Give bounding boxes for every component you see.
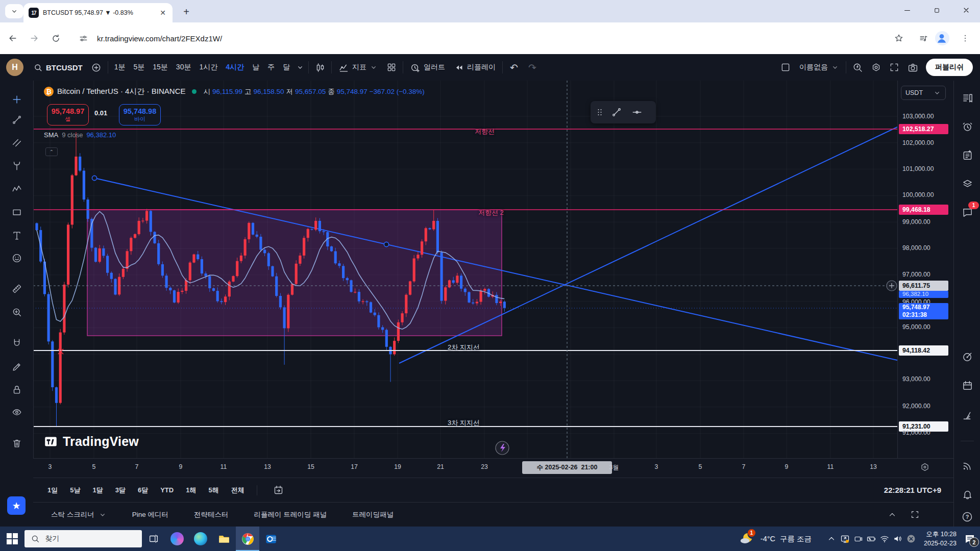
tab-close-icon[interactable]: ✕ [158,8,167,17]
currency-selector[interactable]: USDT [901,86,946,100]
taskbar-weather[interactable]: 1 -4°C 구름 조금 [739,531,812,547]
time-axis-settings[interactable] [919,462,930,473]
range-6달[interactable]: 6달 [138,486,148,495]
emoji-tool-icon[interactable] [7,248,27,268]
symbol-legend[interactable]: ₿ Bitcoin / TetherUS · 4시간 · BINANCE 시96… [44,87,425,96]
replay-button[interactable]: 리플레이 [450,59,500,76]
chat-icon[interactable]: 1 [959,204,976,221]
range-YTD[interactable]: YTD [160,486,174,494]
range-5날[interactable]: 5날 [70,486,80,495]
text-tool-icon[interactable] [7,226,27,245]
timeframe-주[interactable]: 주 [263,60,279,75]
lock-tool-icon[interactable] [7,380,27,399]
bottom-tab-3[interactable]: 리플레이 트레이딩 패널 [254,510,327,519]
floating-drawing-toolbar[interactable] [591,101,656,123]
layout-select-button[interactable] [776,59,795,76]
parallel-channel-tool-icon[interactable] [7,133,27,153]
drag-handle-icon[interactable] [595,107,605,117]
pattern-tool-icon[interactable] [7,180,27,199]
time-axis[interactable]: 수 2025-02-26 21:00 3579111315171921233월3… [33,458,953,478]
layout-name-menu[interactable]: 이름없음 [795,59,844,76]
support3-label[interactable]: 3차 지지선 [448,418,480,428]
notifications-bell-icon[interactable] [959,485,976,503]
chrome-app[interactable] [236,527,259,551]
quick-search-button[interactable] [848,59,867,76]
buy-button[interactable]: 95,748.98바이 [119,104,161,126]
trendline-tool-icon[interactable] [611,107,622,118]
object-tree-icon[interactable] [959,175,976,192]
timeframe-more-button[interactable] [294,59,306,76]
range-5해[interactable]: 5해 [208,486,218,495]
new-tab-button[interactable]: + [180,5,193,18]
range-3달[interactable]: 3달 [115,486,126,495]
bookmark-button[interactable] [890,30,908,47]
tab-search-button[interactable] [5,4,23,18]
device-tray-icon[interactable] [851,529,865,549]
hide-drawings-icon[interactable] [7,403,27,422]
address-bar[interactable]: kr.tradingview.com/chart/2FEXdz1W/ [70,29,826,48]
signal-icon[interactable] [959,457,976,474]
timeframe-1분[interactable]: 1분 [110,60,130,75]
browser-menu-button[interactable] [957,30,974,47]
bottom-tab-4[interactable]: 트레이딩패널 [352,510,394,519]
tray-expand-button[interactable] [825,529,838,549]
journal-icon[interactable] [959,146,976,164]
range-1해[interactable]: 1해 [186,486,196,495]
eject-tray-icon[interactable] [904,529,918,549]
panel-collapse-button[interactable] [888,510,897,519]
outlook-app[interactable] [259,527,283,551]
timeframe-4시간[interactable]: 4시간 [222,60,248,75]
indicators-button[interactable]: 지표 [334,59,382,76]
pitchfork-tool-icon[interactable] [7,156,27,176]
wifi-tray-icon[interactable] [878,529,891,549]
site-info-button[interactable] [75,30,92,47]
screen-share-tray-icon[interactable] [838,529,851,549]
file-explorer-app[interactable] [212,527,236,551]
publish-button[interactable]: 퍼블리쉬 [926,59,973,76]
redo-button[interactable]: ↷ [523,59,542,76]
trendline-tool-icon[interactable] [7,110,27,130]
sell-button[interactable]: 95,748.97셀 [47,104,89,126]
measure-icon[interactable] [959,407,976,424]
price-axis[interactable]: USDT 103,000.00102,518.27102,000.00101,0… [897,81,954,458]
media-controls-button[interactable] [915,30,932,47]
draw-tool-icon[interactable] [7,357,27,377]
timeframe-날[interactable]: 날 [248,60,263,75]
rectangle-tool-icon[interactable] [7,203,27,222]
chart-style-button[interactable] [311,59,329,76]
copilot-app[interactable] [165,527,189,551]
chart-settings-button[interactable] [867,59,885,76]
favorites-star-button[interactable]: ★ [7,496,26,515]
remove-drawings-icon[interactable] [7,434,27,453]
bottom-tab-1[interactable]: Pine 에디터 [132,510,168,519]
browser-tab[interactable]: 17 BTCUSDT 95,748.97 ▼ -0.83% ✕ [23,3,173,22]
url-text[interactable]: kr.tradingview.com/chart/2FEXdz1W/ [97,34,222,43]
alerts-icon[interactable] [959,118,976,135]
window-maximize-button[interactable] [925,0,948,20]
resistance2-label[interactable]: 저항선 2 [478,208,504,217]
symbol-search-button[interactable]: BTCUSDT [29,59,87,76]
calendar-icon[interactable] [959,377,976,394]
indicator-legend-sma[interactable]: SMA 9 close 96,382.10 [44,131,116,139]
range-전체[interactable]: 전체 [231,486,244,495]
ruler-tool-icon[interactable] [7,279,27,298]
help-icon[interactable]: ? [959,508,976,525]
volume-tray-icon[interactable] [891,529,904,549]
timeframe-5분[interactable]: 5분 [129,60,149,75]
horizontal-line-tool-icon[interactable] [631,107,643,118]
user-avatar[interactable]: H [6,59,23,76]
back-button[interactable] [4,30,21,47]
battery-tray-icon[interactable] [865,529,878,549]
range-1달[interactable]: 1달 [92,486,103,495]
timeframe-15분[interactable]: 15분 [149,60,172,75]
undo-button[interactable]: ↶ [505,59,523,76]
bottom-tab-2[interactable]: 전략테스터 [194,510,229,519]
range-1일[interactable]: 1일 [47,486,58,495]
fullscreen-button[interactable] [885,59,903,76]
task-view-button[interactable] [142,527,165,551]
chart-pane[interactable] [33,81,897,458]
panel-maximize-button[interactable] [910,510,920,519]
watchlist-icon[interactable] [959,89,976,107]
crosshair-tool-icon[interactable] [7,90,27,109]
edge-app[interactable] [189,527,212,551]
